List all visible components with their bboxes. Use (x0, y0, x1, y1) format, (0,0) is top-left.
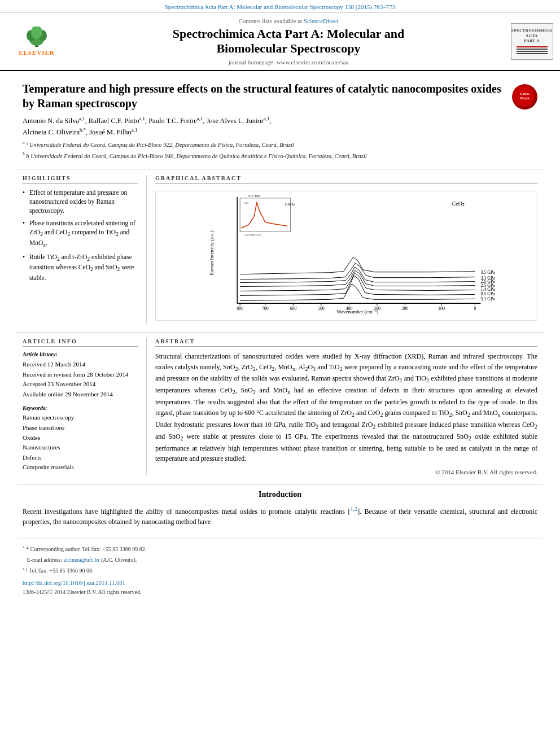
journal-header-right: SPECTROCHIMICAACTAPART A (509, 18, 554, 65)
article-history-label: Article history: (23, 351, 138, 357)
footnote1: 1 ¹ Tel./fax: +55 85 3366 90 08. (23, 566, 537, 575)
corresponding-note: * * Corresponding author. Tel./fax: +55 … (23, 545, 537, 554)
abstract-col: ABSTRACT Structural characterizations of… (147, 338, 537, 475)
available-date: Available online 29 November 2014 (23, 390, 138, 400)
journal-header-center: Contents lists available at ScienceDirec… (73, 18, 504, 65)
keyword-2: Phase transitions (23, 423, 138, 433)
svg-text:600: 600 (290, 306, 296, 311)
svg-text:0.30 Pa: 0.30 Pa (285, 203, 295, 206)
authors-line: Antonio N. da Silvaa,1, Raffael C.F. Pin… (23, 115, 506, 138)
svg-text:300: 300 (374, 306, 380, 311)
highlight-3: Rutile TiO2 and t-ZrO2 exhibited phase t… (23, 252, 138, 283)
logo-title: SPECTROCHIMICAACTAPART A (511, 28, 553, 43)
elsevier-tree-icon (23, 27, 51, 48)
footer-section: * * Corresponding author. Tel./fax: +55 … (17, 539, 543, 600)
svg-text:T ≈ 450: T ≈ 450 (248, 194, 260, 198)
abstract-heading: ABSTRACT (155, 338, 537, 347)
journal-citation: Spectrochimica Acta Part A: Molecular an… (165, 3, 396, 10)
graphical-abstract-col: GRAPHICAL ABSTRACT Raman Intensity (a.u.… (147, 175, 537, 324)
contents-available: Contents lists available at ScienceDirec… (73, 18, 504, 24)
article-title: Temperature and high pressure effects on… (23, 81, 506, 111)
svg-text:250 300 350: 250 300 350 (244, 233, 261, 237)
logo-lines (517, 46, 548, 55)
introduction-section: Introduction Recent investigations have … (17, 484, 543, 533)
article-info-heading: ARTICLE INFO (23, 338, 138, 347)
journal-homepage: journal homepage: www.elsevier.com/locat… (73, 59, 504, 65)
introduction-heading: Introduction (23, 490, 537, 499)
svg-text:100: 100 (438, 306, 445, 311)
article-info-col: ARTICLE INFO Article history: Received 1… (23, 338, 147, 475)
svg-text:CeO₂: CeO₂ (452, 200, 465, 207)
svg-text:Raman Intensity (a.u.): Raman Intensity (a.u.) (209, 230, 215, 276)
keyword-6: Composite materials (23, 462, 138, 473)
sciencedirect-link[interactable]: ScienceDirect (304, 18, 339, 24)
graphical-abstract-heading: GRAPHICAL ABSTRACT (155, 175, 537, 184)
keyword-3: Oxides (23, 433, 138, 443)
highlight-1: Effect of temperature and pressure on na… (23, 188, 138, 215)
keyword-4: Nanostructures (23, 443, 138, 453)
highlights-col: HIGHLIGHTS Effect of temperature and pre… (23, 175, 147, 324)
revised-date: Received in revised form 28 October 2014 (23, 370, 138, 380)
svg-text:465: 465 (244, 202, 249, 204)
keywords-section: Keywords: Raman spectroscopy Phase trans… (23, 405, 138, 473)
crossmark-badge: Cross Mark (512, 84, 537, 110)
article-title-section: Temperature and high pressure effects on… (17, 71, 543, 166)
highlights-graphical-section: HIGHLIGHTS Effect of temperature and pre… (17, 169, 543, 329)
svg-text:5.3 GPa: 5.3 GPa (480, 296, 495, 302)
main-content: Temperature and high pressure effects on… (0, 71, 560, 600)
journal-logo-box: SPECTROCHIMICAACTAPART A (511, 23, 553, 60)
highlight-2: Phase transitions accelerated sintering … (23, 219, 138, 249)
affiliation-b: b b Universidade Federal do Ceará, Campu… (23, 151, 506, 160)
elsevier-logo: ELSEVIER (11, 26, 62, 57)
abstract-text: Structural characterizations of nanostru… (155, 351, 537, 464)
chart-container: Raman Intensity (a.u.) Wavenumber (cm⁻¹)… (155, 191, 537, 321)
keywords-label: Keywords: (23, 405, 138, 411)
svg-text:0.5 GPa: 0.5 GPa (480, 291, 495, 296)
journal-title: Spectrochimica Acta Part A: Molecular an… (73, 27, 504, 56)
svg-text:Wavenumber (cm⁻¹): Wavenumber (cm⁻¹) (336, 309, 378, 314)
top-bar: Spectrochimica Acta Part A: Molecular an… (0, 0, 560, 13)
copyright-line: © 2014 Elsevier B.V. All rights reserved… (155, 469, 537, 475)
affiliation-a: a ª Universidade Federal do Ceará, Campu… (23, 140, 506, 149)
page-container: Spectrochimica Acta Part A: Molecular an… (0, 0, 560, 600)
svg-text:Mark: Mark (520, 96, 530, 101)
svg-text:200: 200 (402, 306, 409, 311)
footer-issn: 1386-1425/© 2014 Elsevier B.V. All right… (23, 588, 537, 597)
footer-doi: http://dx.doi.org/10.1016/j.saa.2014.11.… (23, 579, 537, 588)
svg-text:0: 0 (474, 306, 476, 311)
svg-text:700: 700 (262, 306, 269, 311)
email-note: E-mail address: alcineia@ufc.br (A.C. Ol… (23, 556, 537, 565)
svg-text:500: 500 (318, 306, 325, 311)
email-link[interactable]: alcineia@ufc.br (63, 557, 99, 563)
doi-link[interactable]: http://dx.doi.org/10.1016/j.saa.2014.11.… (23, 580, 125, 586)
keyword-1: Raman spectroscopy (23, 413, 138, 423)
graphical-abstract: Raman Intensity (a.u.) Wavenumber (cm⁻¹)… (155, 188, 537, 324)
highlights-heading: HIGHLIGHTS (23, 175, 138, 184)
received-date: Received 12 March 2014 (23, 360, 138, 370)
svg-text:Cross: Cross (520, 91, 530, 96)
svg-text:3.5 GPa: 3.5 GPa (480, 270, 495, 275)
keyword-5: Defects (23, 453, 138, 463)
article-title-text: Temperature and high pressure effects on… (23, 81, 506, 160)
raman-chart: Raman Intensity (a.u.) Wavenumber (cm⁻¹)… (156, 191, 537, 320)
svg-text:400: 400 (346, 306, 353, 311)
journal-header-left: ELSEVIER (6, 18, 68, 65)
journal-header: ELSEVIER Contents lists available at Sci… (0, 13, 560, 71)
info-abstract-section: ARTICLE INFO Article history: Received 1… (17, 332, 543, 481)
obtained-word: obtained (108, 518, 132, 526)
accepted-date: Accepted 23 November 2014 (23, 379, 138, 390)
elsevier-text: ELSEVIER (19, 49, 55, 56)
introduction-text: Recent investigations have highlighted t… (23, 505, 537, 527)
svg-text:800: 800 (237, 306, 243, 311)
